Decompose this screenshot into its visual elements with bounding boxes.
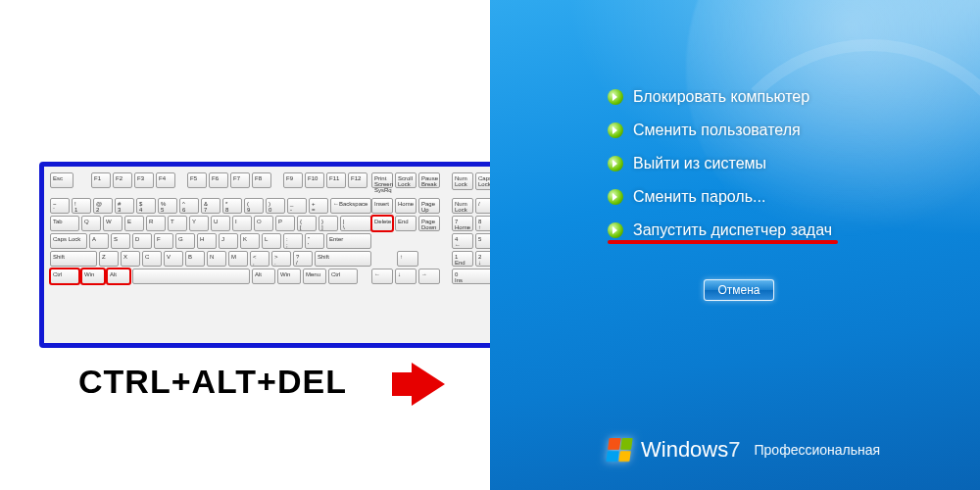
led-num: Num Lock	[452, 172, 473, 190]
key-rshift: Shift	[315, 251, 371, 267]
key-pgdn: Page Down	[418, 216, 440, 231]
brand-product: Windows7	[641, 437, 741, 463]
key-backslash: | \	[340, 216, 371, 231]
arrow-right-icon	[412, 363, 445, 406]
key-rctrl: Ctrl	[328, 269, 358, 284]
key-semicolon: : ;	[283, 233, 303, 249]
key-3: # 3	[115, 198, 134, 214]
key-6: ^ 6	[179, 198, 199, 214]
key-b: B	[185, 251, 205, 267]
key-comma: < ,	[250, 251, 270, 267]
menu-item-change-password[interactable]: Сменить пароль...	[608, 188, 832, 206]
key-f1: F1	[91, 172, 111, 188]
key-down: ↓	[395, 269, 416, 284]
key-pause: Pause Break	[418, 172, 440, 188]
key-right: →	[418, 269, 440, 284]
key-4: $ 4	[136, 198, 156, 214]
key-f6: F6	[209, 172, 228, 188]
key-numlock: Num Lock	[452, 198, 473, 214]
key-f7: F7	[230, 172, 250, 188]
keyboard-diagram-panel: Esc F1 F2 F3 F4 F5 F6 F7 F8 F9 F10 F11 F…	[0, 0, 490, 490]
key-u: U	[211, 216, 230, 231]
key-backspace: ←Backspace	[330, 198, 371, 214]
key-slash: ? /	[293, 251, 313, 267]
key-up: ↑	[397, 251, 418, 267]
key-capslock: Caps Lock	[50, 233, 87, 249]
menu-item-label: Сменить пароль...	[633, 188, 765, 206]
shortcut-caption: CTRL+ALT+DEL	[78, 363, 347, 401]
key-f: F	[154, 233, 173, 249]
cancel-button[interactable]: Отмена	[704, 279, 774, 301]
key-tilde: ~ `	[50, 198, 70, 214]
key-9: ( 9	[244, 198, 264, 214]
keyboard-nav-block: Print Screen SysRq Scroll Lock Pause Bre…	[371, 172, 442, 286]
key-f4: F4	[156, 172, 175, 188]
key-g: G	[175, 233, 195, 249]
key-lshift: Shift	[50, 251, 97, 267]
key-period: > .	[271, 251, 291, 267]
key-k: K	[240, 233, 260, 249]
windows-security-screen: Блокировать компьютер Сменить пользовате…	[490, 0, 980, 490]
keyboard-frame: Esc F1 F2 F3 F4 F5 F6 F7 F8 F9 F10 F11 F…	[39, 162, 559, 348]
key-num7: 7 Home	[452, 216, 473, 231]
key-home: Home	[395, 198, 416, 214]
menu-item-label: Выйти из системы	[633, 155, 766, 172]
arrow-right-circle-icon	[608, 189, 623, 205]
security-menu: Блокировать компьютер Сменить пользовате…	[608, 88, 832, 255]
key-lctrl: Ctrl	[50, 269, 79, 284]
menu-item-switch-user[interactable]: Сменить пользователя	[608, 122, 832, 139]
key-c: C	[142, 251, 162, 267]
arrow-right-circle-icon	[608, 89, 623, 105]
menu-item-label: Сменить пользователя	[633, 122, 801, 139]
key-f8: F8	[252, 172, 271, 188]
key-i: I	[232, 216, 252, 231]
key-end: End	[395, 216, 416, 231]
key-f11: F11	[326, 172, 346, 188]
key-8: * 8	[222, 198, 242, 214]
key-space	[132, 269, 250, 284]
key-e: E	[124, 216, 144, 231]
key-m: M	[228, 251, 248, 267]
key-lalt: Alt	[107, 269, 130, 284]
key-delete: Delete	[371, 216, 393, 231]
key-j: J	[219, 233, 238, 249]
key-insert: Insert	[371, 198, 393, 214]
windows-logo-icon	[606, 438, 632, 462]
keyboard-main-block: Esc F1 F2 F3 F4 F5 F6 F7 F8 F9 F10 F11 F…	[50, 172, 362, 286]
arrow-right-circle-icon	[608, 122, 623, 138]
key-f12: F12	[348, 172, 368, 188]
brand-edition: Профессиональная	[755, 442, 881, 458]
key-1: ! 1	[72, 198, 91, 214]
key-v: V	[164, 251, 183, 267]
menu-item-label: Блокировать компьютер	[633, 88, 809, 106]
key-f9: F9	[283, 172, 303, 188]
menu-item-lock-computer[interactable]: Блокировать компьютер	[608, 88, 832, 106]
key-lbracket: { [	[297, 216, 317, 231]
key-7: & 7	[201, 198, 220, 214]
key-rwin: Win	[277, 269, 301, 284]
key-f5: F5	[187, 172, 207, 188]
key-h: H	[197, 233, 217, 249]
key-num1: 1 End	[452, 251, 473, 267]
branding: Windows7 Профессиональная	[608, 437, 880, 463]
key-a: A	[89, 233, 109, 249]
key-n: N	[207, 251, 226, 267]
menu-item-task-manager[interactable]: Запустить диспетчер задач	[608, 221, 832, 239]
key-p: P	[275, 216, 295, 231]
key-d: D	[132, 233, 152, 249]
highlight-underline	[608, 240, 838, 244]
key-r: R	[146, 216, 166, 231]
menu-item-log-off[interactable]: Выйти из системы	[608, 155, 832, 172]
key-menu: Menu	[303, 269, 326, 284]
key-prtsc: Print Screen SysRq	[371, 172, 393, 188]
key-enter: Enter	[326, 233, 371, 249]
key-pgup: Page Up	[418, 198, 440, 214]
key-2: @ 2	[93, 198, 113, 214]
key-5: % 5	[158, 198, 177, 214]
key-dash: _ -	[287, 198, 307, 214]
key-q: Q	[81, 216, 101, 231]
key-0: ) 0	[266, 198, 285, 214]
key-l: L	[262, 233, 281, 249]
key-left: ←	[371, 269, 393, 284]
key-esc: Esc	[50, 172, 74, 188]
